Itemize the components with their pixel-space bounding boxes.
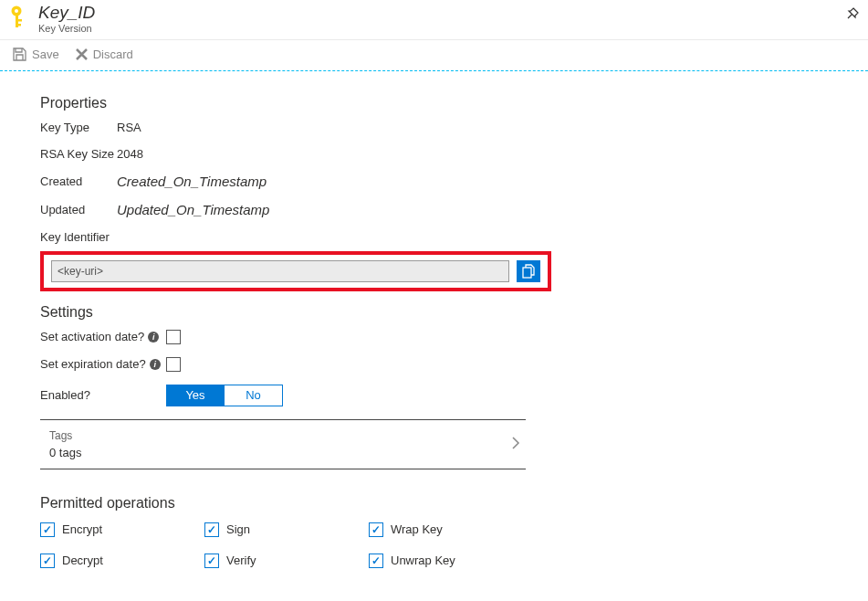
unwrap-checkbox[interactable] [369,554,383,568]
prop-updated: Updated Updated_On_Timestamp [40,202,828,217]
discard-label: Discard [93,47,133,61]
tags-count: 0 tags [49,446,81,459]
svg-rect-3 [18,19,22,22]
op-unwrap[interactable]: Unwrap Key [369,554,533,568]
created-value: Created_On_Timestamp [117,174,267,189]
key-uri-input[interactable] [51,260,509,282]
encrypt-label: Encrypt [62,522,102,536]
command-bar: Save Discard [0,40,868,71]
header-title-block: Key_ID Key Version [38,4,846,34]
operations-grid: Encrypt Sign Wrap Key Decrypt Verify Unw… [40,522,828,568]
header-actions [846,4,859,23]
page-header: Key_ID Key Version [0,0,868,40]
settings-heading: Settings [40,304,828,321]
verify-label: Verify [226,554,256,567]
key-type-label: Key Type [40,121,117,134]
properties-heading: Properties [40,95,828,111]
key-icon [9,5,29,32]
rsa-size-value: 2048 [117,147,143,161]
save-label: Save [32,47,59,61]
page-subtitle: Key Version [38,23,846,34]
svg-rect-5 [523,268,531,278]
updated-label: Updated [40,203,117,216]
prop-key-type: Key Type RSA [40,121,828,134]
updated-value: Updated_On_Timestamp [117,202,269,217]
permitted-operations-heading: Permitted operations [40,495,828,511]
created-label: Created [40,174,117,188]
content-area: Properties Key Type RSA RSA Key Size 204… [0,71,868,568]
enabled-yes-button[interactable]: Yes [166,385,225,406]
copy-icon [522,264,535,279]
info-icon[interactable]: i [150,359,161,370]
svg-point-1 [15,9,18,13]
expiration-date-row: Set expiration date? i [40,357,828,372]
enabled-label: Enabled? [40,388,166,402]
activation-date-label: Set activation date? i [40,330,166,343]
svg-rect-2 [16,15,18,27]
enabled-toggle: Yes No [166,385,283,406]
op-sign[interactable]: Sign [204,522,369,537]
expiration-date-checkbox[interactable] [166,357,181,372]
save-icon [13,47,26,61]
verify-checkbox[interactable] [204,554,219,568]
unwrap-label: Unwrap Key [391,554,455,567]
wrap-checkbox[interactable] [369,522,383,537]
tags-label: Tags [49,429,81,442]
key-identifier-highlight [40,251,551,291]
activation-date-checkbox[interactable] [166,330,181,344]
chevron-right-icon [511,436,520,453]
discard-button[interactable]: Discard [76,47,133,61]
enabled-row: Enabled? Yes No [40,385,828,406]
op-verify[interactable]: Verify [204,554,369,568]
rsa-size-label: RSA Key Size [40,147,117,161]
prop-rsa-size: RSA Key Size 2048 [40,147,828,161]
key-type-value: RSA [117,121,141,134]
enabled-no-button[interactable]: No [225,385,283,406]
decrypt-label: Decrypt [62,554,103,567]
sign-label: Sign [226,522,250,536]
decrypt-checkbox[interactable] [40,554,55,568]
discard-icon [76,48,88,60]
page-title: Key_ID [38,4,846,23]
op-decrypt[interactable]: Decrypt [40,554,204,568]
save-button[interactable]: Save [13,47,59,61]
encrypt-checkbox[interactable] [40,522,55,537]
activation-date-row: Set activation date? i [40,330,828,344]
key-identifier-label: Key Identifier [40,230,828,244]
sign-checkbox[interactable] [204,522,219,537]
tags-row[interactable]: Tags 0 tags [40,420,526,469]
prop-created: Created Created_On_Timestamp [40,174,828,189]
tags-left: Tags 0 tags [49,429,81,459]
expiration-date-label: Set expiration date? i [40,357,166,371]
op-encrypt[interactable]: Encrypt [40,522,204,537]
wrap-label: Wrap Key [391,522,443,536]
info-icon[interactable]: i [148,332,159,343]
copy-button[interactable] [517,260,540,282]
pin-icon[interactable] [846,7,859,23]
op-wrap[interactable]: Wrap Key [369,522,533,537]
svg-rect-4 [18,24,21,26]
